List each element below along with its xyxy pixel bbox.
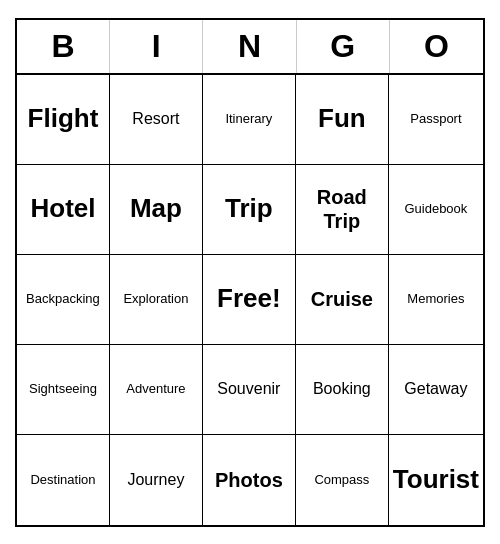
bingo-grid: FlightResortItineraryFunPassportHotelMap… [17, 75, 483, 525]
cell-text: Booking [313, 379, 371, 398]
cell-text: Free! [217, 283, 281, 314]
cell-text: Sightseeing [29, 381, 97, 397]
cell-text: Passport [410, 111, 461, 127]
cell-text: Trip [225, 193, 273, 224]
bingo-cell: Booking [296, 345, 389, 435]
bingo-cell: Journey [110, 435, 203, 525]
bingo-cell: Adventure [110, 345, 203, 435]
bingo-card: BINGO FlightResortItineraryFunPassportHo… [15, 18, 485, 527]
bingo-cell: Cruise [296, 255, 389, 345]
bingo-cell: Tourist [389, 435, 483, 525]
header-letter: O [390, 20, 483, 73]
cell-text: Photos [215, 468, 283, 492]
cell-text: Cruise [311, 287, 373, 311]
bingo-cell: Sightseeing [17, 345, 110, 435]
cell-text: Tourist [393, 464, 479, 495]
header-letter: N [203, 20, 296, 73]
bingo-cell: Photos [203, 435, 296, 525]
cell-text: Souvenir [217, 379, 280, 398]
bingo-cell: Trip [203, 165, 296, 255]
bingo-cell: Road Trip [296, 165, 389, 255]
bingo-cell: Exploration [110, 255, 203, 345]
cell-text: Road Trip [300, 185, 384, 233]
bingo-cell: Souvenir [203, 345, 296, 435]
bingo-cell: Fun [296, 75, 389, 165]
bingo-cell: Backpacking [17, 255, 110, 345]
cell-text: Backpacking [26, 291, 100, 307]
bingo-cell: Resort [110, 75, 203, 165]
cell-text: Compass [314, 472, 369, 488]
bingo-cell: Itinerary [203, 75, 296, 165]
header-letter: G [297, 20, 390, 73]
header-letter: B [17, 20, 110, 73]
cell-text: Flight [28, 103, 99, 134]
bingo-cell: Map [110, 165, 203, 255]
bingo-cell: Compass [296, 435, 389, 525]
cell-text: Resort [132, 109, 179, 128]
cell-text: Map [130, 193, 182, 224]
cell-text: Guidebook [404, 201, 467, 217]
cell-text: Itinerary [225, 111, 272, 127]
bingo-cell: Flight [17, 75, 110, 165]
cell-text: Getaway [404, 379, 467, 398]
bingo-cell: Destination [17, 435, 110, 525]
cell-text: Exploration [123, 291, 188, 307]
bingo-cell: Guidebook [389, 165, 483, 255]
cell-text: Destination [30, 472, 95, 488]
bingo-cell: Memories [389, 255, 483, 345]
bingo-header: BINGO [17, 20, 483, 75]
cell-text: Fun [318, 103, 366, 134]
cell-text: Journey [127, 470, 184, 489]
bingo-cell: Hotel [17, 165, 110, 255]
cell-text: Hotel [30, 193, 95, 224]
bingo-cell: Passport [389, 75, 483, 165]
cell-text: Adventure [126, 381, 185, 397]
header-letter: I [110, 20, 203, 73]
bingo-cell: Free! [203, 255, 296, 345]
cell-text: Memories [407, 291, 464, 307]
bingo-cell: Getaway [389, 345, 483, 435]
